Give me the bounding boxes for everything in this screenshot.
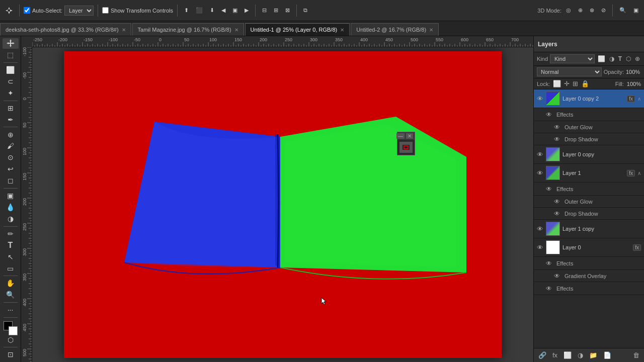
layer-style-btn[interactable]: fx — [550, 350, 560, 360]
eraser-tool[interactable]: ◻ — [3, 175, 19, 186]
lock-all-icon[interactable]: 🔒 — [581, 80, 589, 87]
shape-filter-btn[interactable]: ⬡ — [625, 54, 632, 63]
float-panel[interactable]: ⋮⋮ — ✕ — [397, 132, 415, 155]
shape-tool[interactable]: ▭ — [3, 263, 19, 274]
3d-btn3[interactable]: ⊗ — [587, 6, 597, 15]
align-left-btn[interactable]: ◀ — [219, 6, 228, 15]
color-swatches[interactable] — [3, 320, 19, 332]
outer-glow-eye-1[interactable]: 👁 — [554, 124, 560, 131]
layer-1-effects[interactable]: 👁 Effects — [534, 183, 644, 196]
effects-eye-4[interactable]: 👁 — [546, 285, 552, 292]
heal-tool[interactable]: ⊕ — [3, 129, 19, 140]
layer-0-copy-2-outer-glow[interactable]: 👁 Outer Glow — [534, 121, 644, 133]
background-color[interactable] — [9, 326, 18, 335]
effects-eye-3[interactable]: 👁 — [546, 260, 552, 267]
gradient-overlay-eye[interactable]: 👁 — [554, 273, 560, 280]
artboard-tool[interactable]: ⬚ — [3, 50, 19, 60]
layer-item-1[interactable]: 👁 Layer 1 fx ∧ — [534, 164, 644, 183]
brush-tool[interactable]: 🖌 — [3, 141, 19, 151]
layer-0-copy-eye[interactable]: 👁 — [537, 151, 543, 158]
layer-1-eye[interactable]: 👁 — [537, 169, 543, 177]
main-canvas[interactable] — [64, 51, 502, 358]
layer-0-copy-2-fx[interactable]: fx — [627, 96, 635, 102]
layer-item-0[interactable]: 👁 Layer 0 fx — [534, 238, 644, 257]
canvas-viewport[interactable] — [32, 47, 533, 362]
tab-2-close[interactable]: ✕ — [340, 27, 344, 33]
layer-item-0-copy-2[interactable]: 👁 Layer 0 copy 2 fx ∧ — [534, 89, 644, 108]
layer-new-btn[interactable]: 📄 — [601, 350, 614, 360]
search-btn[interactable]: 🔍 — [617, 6, 629, 15]
align-vcenter-btn[interactable]: ⬛ — [193, 6, 205, 15]
path-select-tool[interactable]: ↖ — [3, 251, 19, 262]
dodge-tool[interactable]: ◑ — [3, 214, 19, 224]
extra-btn[interactable]: ⧉ — [301, 6, 310, 15]
align-top-btn[interactable]: ⬆ — [182, 6, 191, 15]
tab-1-close[interactable]: ✕ — [234, 27, 238, 33]
adjustment-filter-btn[interactable]: ◑ — [608, 54, 615, 63]
layer-adjustment-btn[interactable]: ◑ — [575, 350, 586, 360]
pen-tool[interactable]: ✏ — [3, 228, 19, 239]
lasso-tool[interactable]: ⊂ — [3, 76, 19, 87]
blend-mode-select[interactable]: Normal — [537, 67, 602, 76]
layer-0-copy-2-effects[interactable]: 👁 Effects — [534, 108, 644, 121]
layer-1-outer-glow[interactable]: 👁 Outer Glow — [534, 196, 644, 208]
layer-0-gradient-overlay[interactable]: 👁 Gradient Overlay — [534, 270, 644, 282]
layer-item-0-copy[interactable]: 👁 Layer 0 copy — [534, 145, 644, 164]
marquee-tool[interactable]: ⬜ — [3, 65, 19, 75]
layer-1-copy-eye[interactable]: 👁 — [537, 225, 543, 233]
layer-select[interactable]: Layer — [64, 6, 94, 16]
float-minimize[interactable]: — — [396, 133, 405, 139]
layer-1-fx[interactable]: fx — [627, 170, 635, 176]
zoom-tool[interactable]: 🔍 — [3, 290, 19, 300]
layer-group-btn[interactable]: 📁 — [587, 350, 600, 360]
crop-tool[interactable]: ⊞ — [3, 103, 19, 113]
align-hcenter-btn[interactable]: ▣ — [230, 6, 240, 15]
blur-tool[interactable]: 💧 — [3, 202, 19, 213]
pixel-filter-btn[interactable]: ⬜ — [597, 54, 606, 63]
distribute3-btn[interactable]: ⊠ — [283, 6, 292, 15]
kind-select[interactable]: Kind — [550, 54, 595, 63]
align-right-btn[interactable]: ▶ — [242, 6, 251, 15]
text-filter-btn[interactable]: T — [617, 54, 623, 63]
layer-delete-btn[interactable]: 🗑 — [630, 350, 642, 360]
quick-mask-tool[interactable]: ⬡ — [3, 334, 19, 345]
layer-link-btn[interactable]: 🔗 — [536, 350, 549, 360]
clone-tool[interactable]: ⊙ — [3, 152, 19, 163]
layer-item-1-copy[interactable]: 👁 Layer 1 copy — [534, 220, 644, 238]
float-close-btn[interactable]: ✕ — [406, 133, 413, 139]
tab-3-close[interactable]: ✕ — [429, 27, 433, 33]
tab-0-close[interactable]: ✕ — [122, 27, 126, 33]
drop-shadow-eye-2[interactable]: 👁 — [554, 210, 560, 217]
magic-wand-tool[interactable]: ✦ — [3, 88, 19, 99]
screen-mode-btn[interactable]: ⊡ — [3, 349, 19, 360]
3d-btn2[interactable]: ⊕ — [576, 6, 585, 15]
align-bottom-btn[interactable]: ⬇ — [207, 6, 217, 15]
drop-shadow-eye-1[interactable]: 👁 — [554, 136, 560, 143]
auto-select-checkbox[interactable] — [24, 7, 30, 14]
layer-mask-btn[interactable]: ⬜ — [561, 350, 574, 360]
layer-0-copy-2-drop-shadow[interactable]: 👁 Drop Shadow — [534, 133, 644, 145]
layer-0-fx[interactable]: fx — [633, 244, 641, 251]
layer-0-copy-2-eye[interactable]: 👁 — [537, 95, 543, 103]
distribute1-btn[interactable]: ⊟ — [260, 6, 269, 15]
lock-position-icon[interactable]: ✛ — [564, 80, 570, 87]
layer-0-effects-2[interactable]: 👁 Effects — [534, 282, 644, 295]
layer-0-effects-1[interactable]: 👁 Effects — [534, 257, 644, 270]
extra-tool[interactable]: ··· — [3, 305, 19, 315]
3d-btn4[interactable]: ⊘ — [599, 6, 608, 15]
tab-3[interactable]: Untitled-2 @ 16.7% (RGB/8) ✕ — [351, 23, 439, 36]
history-brush-tool[interactable]: ↩ — [3, 164, 19, 174]
eyedropper-tool[interactable]: ✒ — [3, 114, 19, 125]
canvas-area[interactable]: ⋮⋮ — ✕ — [21, 36, 533, 362]
tab-1[interactable]: Tamil Magazine.jpg @ 16.7% (RGB/8) ✕ — [132, 23, 244, 36]
hand-tool[interactable]: ✋ — [3, 278, 19, 289]
move-tool[interactable] — [3, 38, 19, 49]
text-tool[interactable]: T — [3, 240, 19, 250]
layer-1-drop-shadow[interactable]: 👁 Drop Shadow — [534, 208, 644, 220]
move-tool-btn[interactable] — [3, 6, 15, 16]
lock-pixels-icon[interactable]: ⬜ — [553, 80, 561, 87]
outer-glow-eye-2[interactable]: 👁 — [554, 198, 560, 205]
3d-btn1[interactable]: ◎ — [564, 6, 574, 15]
layer-0-eye[interactable]: 👁 — [537, 244, 543, 251]
distribute2-btn[interactable]: ⊞ — [271, 6, 281, 15]
